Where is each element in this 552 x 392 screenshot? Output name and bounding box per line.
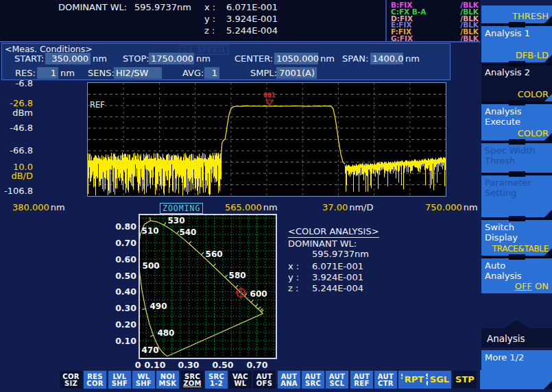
softkey-spec-width-thresh: Spec Width Thresh bbox=[481, 143, 552, 173]
svg-text:470: 470 bbox=[142, 345, 159, 355]
toolbar-src-1-2[interactable]: SRC1-2 bbox=[205, 371, 228, 389]
softkey-notch bbox=[509, 216, 525, 221]
spectrum-ytick-dBD: dB/D bbox=[0, 171, 33, 181]
sweep-rpt[interactable]: RPT bbox=[403, 371, 426, 389]
meas-label-span: SPAN: bbox=[342, 53, 368, 64]
bottom-right-panel[interactable] bbox=[480, 370, 552, 389]
ca-x-value: 6.071E-001 bbox=[312, 261, 363, 271]
toolbar-aut-src[interactable]: AUTSRC bbox=[302, 371, 324, 389]
dominant-wl-value: 595.9737nm bbox=[134, 2, 191, 12]
toolbar-line2: SHF bbox=[112, 380, 128, 387]
cie-ytick-0.60: 0.60 bbox=[109, 254, 136, 265]
spectrum-ytick-668: -66.8 bbox=[0, 145, 33, 156]
spectrum-ytick-dBm: dBm bbox=[0, 108, 33, 118]
meas-field-stop[interactable]: 1750.000 bbox=[149, 53, 194, 64]
toolbar-aut-ctr[interactable]: AUTCTR bbox=[374, 371, 397, 389]
meas-label-stop: STOP: bbox=[123, 53, 149, 64]
svg-text:600: 600 bbox=[250, 289, 267, 299]
spectrum-xtick: 37.00nm/D bbox=[322, 202, 374, 212]
svg-text:480: 480 bbox=[157, 328, 174, 338]
softkey-notch bbox=[509, 22, 525, 27]
cie-diagram[interactable]: 530510540560500580600490480470 bbox=[139, 214, 277, 359]
meas-field-center[interactable]: 1050.000 bbox=[274, 53, 318, 64]
softkey-analysis-2[interactable]: Analysis 2 COLOR bbox=[481, 65, 552, 101]
meas-unit: nm bbox=[320, 53, 335, 64]
xtick-unit: nm bbox=[263, 202, 278, 212]
menu-title-analysis: Analysis bbox=[481, 320, 552, 347]
cie-ytick-0.50: 0.50 bbox=[109, 271, 136, 281]
toolbar-line2: REF bbox=[354, 380, 369, 387]
spectrum-ytick-468: -46.8 bbox=[0, 123, 33, 133]
meas-unit: nm bbox=[405, 53, 420, 64]
ca-dominant-wl-label: DOMINANT WL: bbox=[288, 238, 357, 249]
meas-field-res[interactable]: 1 bbox=[37, 67, 58, 79]
ca-y-label: y : bbox=[288, 272, 299, 282]
toolbar-aut-ana[interactable]: AUTANA bbox=[278, 371, 300, 389]
toolbar-aut-ofs[interactable]: AUTOFS bbox=[253, 371, 276, 389]
meas-unit: nm bbox=[93, 53, 107, 64]
cie-xtick-0.50: 0.50 bbox=[209, 360, 237, 370]
svg-text:560: 560 bbox=[206, 249, 223, 259]
cie-ytick-0.10: 0.10 bbox=[109, 336, 136, 346]
toolbar-line2: MSK bbox=[159, 380, 177, 387]
toolbar-line2: CTR bbox=[378, 380, 394, 387]
softkey-notch bbox=[509, 61, 525, 66]
softkey-analysis-1[interactable]: Analysis 1 DFB-LD bbox=[481, 26, 552, 62]
meas-field-smpl[interactable]: 7001(A) bbox=[276, 67, 317, 79]
osa-screen: DOMINANT WL: 595.9737nm x : 6.071E-001 y… bbox=[0, 0, 552, 392]
cie-ytick-0.40: 0.40 bbox=[109, 286, 136, 297]
coord-z-label: z : bbox=[204, 25, 215, 36]
toolbar-aut-scl[interactable]: AUTSCL bbox=[326, 371, 348, 389]
xtick-unit: nm bbox=[464, 202, 478, 212]
toolbar-wl-shf[interactable]: WLSHF bbox=[132, 371, 155, 389]
coord-x-label: x : bbox=[204, 2, 215, 12]
toolbar-vac-wl[interactable]: VACWL bbox=[229, 371, 252, 389]
svg-text:490: 490 bbox=[149, 302, 167, 311]
xtick-unit: nm bbox=[51, 202, 65, 212]
cie-ytick-0.80: 0.80 bbox=[109, 221, 136, 232]
toolbar-aut-ref[interactable]: AUTREF bbox=[350, 371, 373, 389]
spectrum-ytick-268: -26.8 bbox=[0, 98, 33, 108]
sweep-stp[interactable]: STP bbox=[453, 371, 477, 389]
softkey-auto-analysis[interactable]: Auto Analysis OFF ON bbox=[481, 258, 552, 293]
cie-xtick-0.30: 0.30 bbox=[175, 360, 202, 370]
svg-text:510: 510 bbox=[142, 226, 159, 236]
toolbar-res-cor[interactable]: RESCOR bbox=[84, 371, 106, 389]
toolbar-line2: SIZ bbox=[64, 380, 77, 387]
meas-field-span[interactable]: 1400.0 bbox=[370, 53, 403, 64]
meas-field-sens[interactable]: HI2/SW bbox=[114, 67, 162, 79]
meas-field-avg[interactable]: 1 bbox=[204, 67, 219, 79]
meas-label-sens: SENS: bbox=[88, 68, 115, 78]
sweep-sgl[interactable]: SGL bbox=[428, 371, 451, 389]
toolbar-line2: SRC bbox=[305, 380, 321, 387]
svg-text:500: 500 bbox=[143, 261, 160, 271]
softkey-thresh[interactable]: THRESH bbox=[481, 5, 552, 23]
cie-xtick-0.10: 0.10 bbox=[141, 360, 169, 370]
toolbar-cor-siz[interactable]: CORSIZ bbox=[60, 371, 82, 389]
ca-x-label: x : bbox=[288, 261, 299, 271]
meas-label-start: START: bbox=[14, 53, 44, 64]
softkey-switch-display[interactable]: Switch Display TRACE&TABLE bbox=[481, 220, 552, 256]
spectrum-xtick: 380.000nm bbox=[12, 202, 65, 212]
softkey-notch bbox=[509, 139, 525, 145]
xtick-value: 380.000 bbox=[12, 202, 49, 212]
xtick-value: 750.000 bbox=[425, 202, 462, 212]
meas-label-center: CENTER: bbox=[235, 53, 273, 64]
meas-label-avg: AVG: bbox=[182, 68, 204, 78]
auto-analysis-value: OFF ON bbox=[515, 281, 549, 291]
toolbar-noi-msk[interactable]: NOIMSK bbox=[156, 371, 179, 389]
toolbar-line2: SHF bbox=[136, 380, 152, 387]
xtick-unit: nm/D bbox=[349, 202, 373, 212]
xtick-value: 37.00 bbox=[322, 202, 348, 212]
spectrum-trace-canvas: 001 bbox=[88, 83, 446, 196]
toolbar-src-zom[interactable]: SRCZOM bbox=[181, 371, 204, 389]
toolbar-lvl-shf[interactable]: LVLSHF bbox=[108, 371, 131, 389]
softkey-notch bbox=[509, 254, 525, 260]
meas-field-start[interactable]: 350.000 bbox=[45, 53, 91, 64]
spectrum-plot[interactable]: 001 bbox=[87, 82, 446, 197]
dominant-wl-label: DOMINANT WL: bbox=[58, 2, 127, 12]
softkey-analysis-execute[interactable]: Analysis Execute COLOR bbox=[481, 104, 552, 140]
header-band: DOMINANT WL: 595.9737nm x : 6.071E-001 y… bbox=[0, 0, 480, 41]
ca-z-value: 5.244E-004 bbox=[312, 283, 363, 293]
spectrum-ytick-68: -6.8 bbox=[0, 78, 33, 88]
